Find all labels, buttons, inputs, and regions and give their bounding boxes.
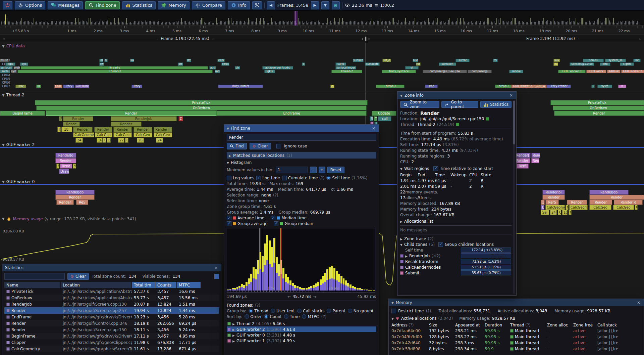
frame-bar[interactable] (568, 21, 568, 25)
frame-bar[interactable] (380, 18, 380, 25)
frame-bar[interactable] (74, 23, 74, 25)
sort-by-radio-time[interactable] (284, 314, 288, 319)
frame-bar[interactable] (573, 21, 574, 25)
frame-bar[interactable] (208, 23, 209, 25)
frame-bar[interactable] (440, 22, 441, 25)
frame-bar[interactable] (28, 21, 29, 25)
group-children-checkbox[interactable] (438, 242, 443, 247)
table-row[interactable]: BeginFramejni/../jni/src/claw/gfx/drv/vk… (4, 333, 219, 339)
frame-bar[interactable] (152, 22, 152, 25)
frame-bar[interactable] (356, 21, 356, 25)
frame-bar[interactable] (415, 18, 415, 25)
cpu-zone[interactable]: system_se (605, 59, 626, 62)
callstack-free-link[interactable]: [fre (611, 335, 618, 339)
zone-group-row[interactable]: GUIF worker 0(3,231)4.48 s (227, 332, 376, 338)
group-by-radio-user-text[interactable] (271, 309, 275, 313)
frame-bar[interactable] (250, 20, 250, 25)
timeline-zone[interactable]: Render (515, 158, 530, 163)
cpu-zone[interactable]: composer@ (468, 70, 492, 73)
cpu-zone[interactable]: s (302, 62, 305, 66)
wait-region-row[interactable]: 1.91 ms1.97 ms61 μs-2R (400, 178, 512, 183)
find-zone-search-input[interactable] (227, 134, 376, 141)
frame-bar[interactable] (542, 21, 543, 25)
timeline-zone[interactable]: Render (55, 158, 76, 163)
timeline-zone[interactable]: Rende (63, 122, 80, 127)
frame-bar[interactable] (298, 18, 299, 25)
frame-bar[interactable] (330, 21, 331, 25)
frame-bar[interactable] (165, 23, 166, 25)
frame-bar[interactable] (212, 23, 213, 25)
frame-bar[interactable] (213, 23, 214, 25)
thread-section-label-thread2[interactable]: ▼Thread-2 (2, 93, 24, 97)
frame-bar[interactable] (5, 14, 6, 25)
frame-bar[interactable] (142, 22, 143, 25)
frame-bar[interactable] (93, 21, 93, 25)
column-header[interactable]: Zone alloc (547, 322, 573, 328)
cpu-zone[interactable]: rot (416, 62, 421, 66)
frame-bar[interactable] (621, 22, 622, 25)
table-row[interactable]: Renderjni/../jni/src/guif/Screen.cpp:150… (4, 326, 219, 333)
cpu-zone[interactable]: iworke (509, 70, 523, 73)
frame-bar[interactable] (445, 22, 446, 25)
toolbar-button-options[interactable]: Options (15, 1, 45, 9)
frame-bar[interactable] (366, 22, 367, 25)
child-zone-row[interactable]: Submit35.63 μs (0.79%) (400, 270, 512, 276)
frame-bar[interactable] (54, 21, 54, 25)
timeline-zone[interactable]: R (59, 116, 62, 121)
callstack-alloc-link[interactable]: [alloc] (597, 335, 610, 339)
frame-bar[interactable] (490, 23, 490, 25)
frame-bar[interactable] (352, 21, 352, 25)
log-values-checkbox[interactable] (227, 176, 231, 180)
timeline-zone[interactable]: Render (46, 111, 216, 116)
goto-frame-button[interactable]: ⊕ (332, 1, 340, 9)
frame-bar[interactable] (58, 21, 58, 25)
frame-bar[interactable] (633, 21, 634, 25)
frame-bar[interactable] (483, 22, 484, 25)
frame-bar[interactable] (68, 23, 69, 25)
frame-bar[interactable] (604, 21, 604, 25)
frame-bar[interactable] (236, 21, 237, 25)
cpu-zone[interactable]: kwoc (221, 62, 229, 66)
frame-bar[interactable] (428, 18, 429, 25)
frame-bar[interactable] (374, 22, 375, 25)
timeline-zone[interactable]: CalcGeo (133, 132, 152, 137)
frame-bar[interactable] (345, 22, 345, 25)
frame-bar[interactable] (393, 18, 394, 25)
callstack-alloc-link[interactable]: [alloc] (597, 328, 610, 333)
frame-bar[interactable] (125, 23, 125, 25)
frame-bar[interactable] (614, 23, 615, 25)
frame-bar[interactable] (360, 23, 360, 25)
frame-bar[interactable] (518, 21, 519, 25)
frame-bar[interactable] (605, 18, 606, 25)
frame-bar[interactable] (188, 22, 189, 25)
frame-bar[interactable] (419, 21, 419, 25)
frame-bar[interactable] (173, 23, 174, 25)
frame-bar[interactable] (55, 23, 56, 25)
source-location-marker[interactable] (486, 117, 489, 121)
frame-bar[interactable] (598, 18, 599, 25)
column-header[interactable]: Counts (155, 282, 177, 288)
frame-bar[interactable] (24, 21, 25, 25)
frame-bar[interactable] (491, 21, 492, 25)
min-bin-input[interactable] (276, 167, 308, 173)
frame-bar[interactable] (262, 23, 262, 25)
frame-bar[interactable] (201, 18, 202, 25)
frame-bar[interactable] (506, 21, 506, 25)
frame-bar[interactable] (448, 20, 449, 25)
zone-info-button-go-to-parent[interactable]: Go to parent (441, 101, 478, 108)
cpu-zone[interactable]: Trac (425, 85, 438, 88)
timeline-zone[interactable]: D (541, 205, 544, 210)
frame-bar[interactable] (306, 21, 307, 25)
find-button[interactable]: Find (227, 143, 247, 149)
frame-bar[interactable] (451, 22, 451, 25)
collapse-triangle-icon[interactable] (391, 300, 394, 305)
frame-bar[interactable] (8, 21, 9, 25)
frame-bar[interactable] (441, 21, 442, 25)
child-zone-row[interactable]: RecalcTransform72.92 μs (1.62%) (400, 259, 512, 264)
frame-bar[interactable] (606, 18, 607, 25)
frame-bar[interactable] (23, 22, 23, 25)
cpu-zone[interactable]: au (104, 59, 108, 62)
frame-bar[interactable] (302, 21, 303, 25)
timeline-zone[interactable]: RenderJob (55, 190, 95, 195)
frame-bar[interactable] (486, 22, 486, 25)
